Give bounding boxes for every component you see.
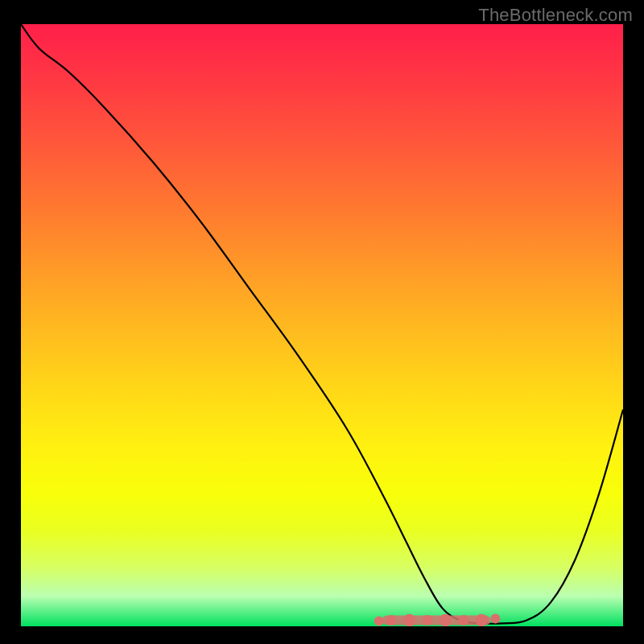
svg-point-7 (490, 614, 500, 624)
marker-band (374, 614, 501, 627)
svg-point-5 (458, 615, 469, 625)
plot-area (21, 24, 623, 626)
watermark-text: TheBottleneck.com (478, 5, 633, 26)
svg-point-6 (476, 614, 488, 626)
bottleneck-curve-line (21, 24, 623, 624)
chart-svg (21, 24, 623, 626)
svg-rect-0 (382, 616, 491, 625)
svg-point-3 (422, 615, 432, 625)
svg-point-1 (386, 615, 397, 625)
svg-point-8 (374, 617, 384, 626)
svg-point-4 (440, 614, 452, 626)
svg-point-2 (403, 614, 415, 626)
